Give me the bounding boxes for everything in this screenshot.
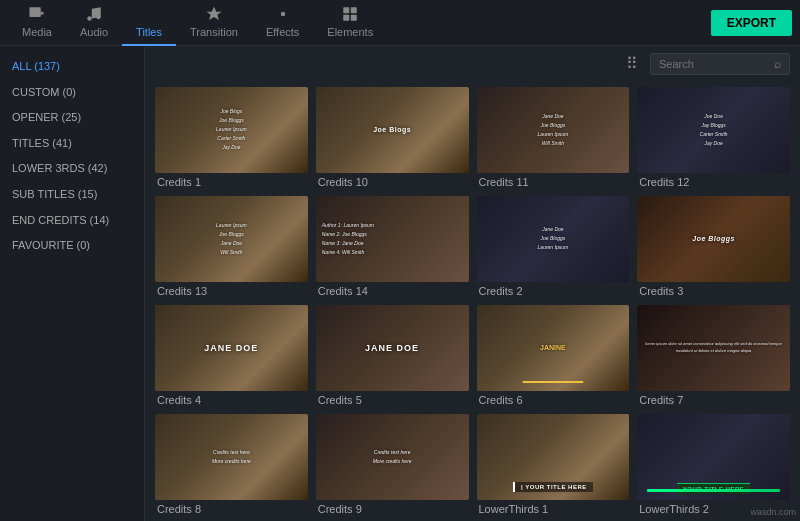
watermark: wasdn.com	[750, 507, 796, 517]
nav-transition[interactable]: Transition	[176, 0, 252, 46]
search-box: ⌕	[650, 53, 790, 75]
thumbnail: Credits text here More credits here	[155, 414, 308, 500]
sidebar-item-favourite[interactable]: FAVOURITE (0)	[0, 233, 144, 259]
content-toolbar: ⠿ ⌕	[145, 46, 800, 81]
export-button[interactable]: EXPORT	[711, 10, 792, 36]
grid-item[interactable]: YOUR TITLE HERE LowerThirds 2	[637, 414, 790, 515]
grid-item-label: Credits 14	[316, 285, 469, 297]
grid-item[interactable]: Credits text here More credits here Cred…	[316, 414, 469, 515]
thumbnail: YOUR TITLE HERE	[637, 414, 790, 500]
svg-rect-0	[29, 7, 40, 17]
svg-rect-6	[343, 15, 349, 21]
sidebar-item-custom[interactable]: CUSTOM (0)	[0, 80, 144, 106]
sidebar-item-endcredits[interactable]: END CREDITS (14)	[0, 208, 144, 234]
svg-point-1	[87, 16, 92, 21]
nav-audio[interactable]: Audio	[66, 0, 122, 46]
sidebar-item-subtitles[interactable]: SUB TITLES (15)	[0, 182, 144, 208]
thumbnail: Credits text here More credits here	[316, 414, 469, 500]
grid-item[interactable]: Joe Blogs Joe Bloggs Lauren Ipsum Carter…	[155, 87, 308, 188]
grid-item-label: Credits 12	[637, 176, 790, 188]
svg-rect-4	[343, 7, 349, 13]
sidebar: ALL (137) CUSTOM (0) OPENER (25) TITLES …	[0, 46, 145, 521]
nav-effects[interactable]: Effects	[252, 0, 313, 46]
thumbnail: Lauren Ipsum Joe Bloggs Jane Doe Will Sm…	[155, 196, 308, 282]
grid-item-label: Credits 2	[477, 285, 630, 297]
svg-point-3	[280, 12, 285, 17]
thumbnail: | YOUR TITLE HERE	[477, 414, 630, 500]
grid-item-label: Credits 7	[637, 394, 790, 406]
sidebar-item-lower3rds[interactable]: LOWER 3RDS (42)	[0, 156, 144, 182]
grid-item-label: Credits 4	[155, 394, 308, 406]
main-area: ALL (137) CUSTOM (0) OPENER (25) TITLES …	[0, 46, 800, 521]
thumbnail: JANINE	[477, 305, 630, 391]
thumbnail: Joe Doe Jay Bloggs Carter Smith Jay Doe	[637, 87, 790, 173]
grid-item[interactable]: lorem ipsum dolor sit amet consectetur a…	[637, 305, 790, 406]
svg-rect-5	[351, 7, 357, 13]
grid-item-label: Credits 11	[477, 176, 630, 188]
svg-point-2	[96, 15, 101, 20]
grid-item[interactable]: JANE DOE Credits 5	[316, 305, 469, 406]
grid-item[interactable]: Joe Doe Jay Bloggs Carter Smith Jay Doe …	[637, 87, 790, 188]
grid-item-label: Credits 10	[316, 176, 469, 188]
thumbnail: Joe Blogs	[316, 87, 469, 173]
grid-item-label: Credits 5	[316, 394, 469, 406]
grid-item[interactable]: Credits text here More credits here Cred…	[155, 414, 308, 515]
sidebar-item-opener[interactable]: OPENER (25)	[0, 105, 144, 131]
thumbnail: Author 1: Lauren Ipsum Name 2: Joe Blogg…	[316, 196, 469, 282]
nav-elements[interactable]: Elements	[313, 0, 387, 46]
grid-item[interactable]: Joe Blogs Credits 10	[316, 87, 469, 188]
thumbnail: Jane Doe Joe Bloggs Lauren Ipsum Will Sm…	[477, 87, 630, 173]
nav-media[interactable]: Media	[8, 0, 66, 46]
grid-item[interactable]: Author 1: Lauren Ipsum Name 2: Joe Blogg…	[316, 196, 469, 297]
grid-item-label: Credits 6	[477, 394, 630, 406]
grid-scroll: Joe Blogs Joe Bloggs Lauren Ipsum Carter…	[145, 81, 800, 521]
search-icon: ⌕	[774, 57, 781, 71]
thumbnail: Jane Doe Joe Bloggs Lauren Ipsum	[477, 196, 630, 282]
grid-item[interactable]: Jane Doe Joe Bloggs Lauren Ipsum Credits…	[477, 196, 630, 297]
grid-item[interactable]: Jane Doe Joe Bloggs Lauren Ipsum Will Sm…	[477, 87, 630, 188]
sidebar-item-titles[interactable]: TITLES (41)	[0, 131, 144, 157]
thumbnail: lorem ipsum dolor sit amet consectetur a…	[637, 305, 790, 391]
grid-item[interactable]: Lauren Ipsum Joe Bloggs Jane Doe Will Sm…	[155, 196, 308, 297]
grid-item-label: Credits 3	[637, 285, 790, 297]
grid-view-button[interactable]: ⠿	[622, 52, 642, 75]
sidebar-item-all[interactable]: ALL (137)	[0, 54, 144, 80]
grid-item[interactable]: JANINE Credits 6	[477, 305, 630, 406]
grid-item-label: Credits 1	[155, 176, 308, 188]
svg-rect-7	[351, 15, 357, 21]
thumbnail: Joe Bloggs	[637, 196, 790, 282]
grid-item-label: Credits 13	[155, 285, 308, 297]
grid-item-label: LowerThirds 1	[477, 503, 630, 515]
thumbnail: Joe Blogs Joe Bloggs Lauren Ipsum Carter…	[155, 87, 308, 173]
grid-item-label: Credits 8	[155, 503, 308, 515]
top-navigation: Media Audio Titles Transition Effects El…	[0, 0, 800, 46]
content-area: ⠿ ⌕ Joe Blogs Joe Bloggs	[145, 46, 800, 521]
thumbnail: JANE DOE	[155, 305, 308, 391]
grid-item-label: Credits 9	[316, 503, 469, 515]
grid-item[interactable]: | YOUR TITLE HERE LowerThirds 1	[477, 414, 630, 515]
grid-item[interactable]: Joe Bloggs Credits 3	[637, 196, 790, 297]
grid-container: Joe Blogs Joe Bloggs Lauren Ipsum Carter…	[155, 87, 790, 515]
thumbnail: JANE DOE	[316, 305, 469, 391]
search-input[interactable]	[659, 58, 769, 70]
nav-titles[interactable]: Titles	[122, 0, 176, 46]
grid-item[interactable]: JANE DOE Credits 4	[155, 305, 308, 406]
